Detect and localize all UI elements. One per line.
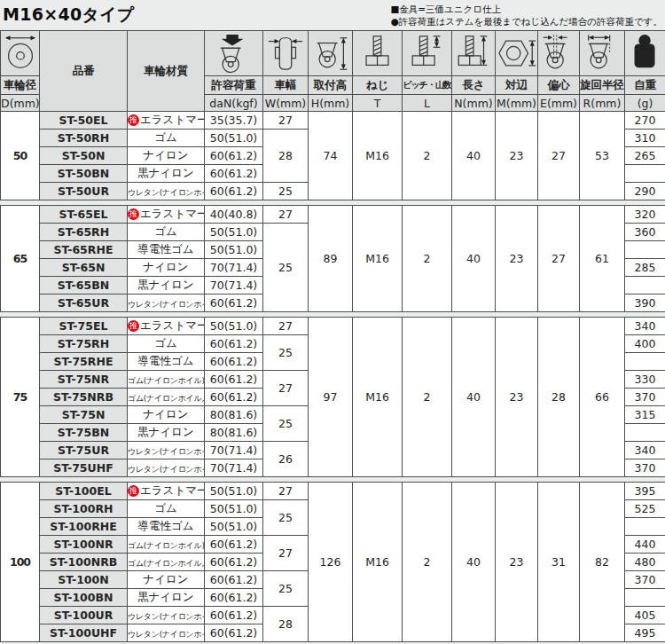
eccentricity-icon xyxy=(538,33,579,74)
material-cell: ナイロン xyxy=(128,406,205,424)
hex-flats-value: 23 xyxy=(496,318,538,477)
material-label: ナイロン xyxy=(143,572,188,585)
part-number-cell: ST-65EL xyxy=(40,206,128,224)
material-cell: ゴム(ナイロンホイル,B入) xyxy=(128,554,205,571)
hex-flats-icon-cell xyxy=(496,31,538,76)
screw-label: ねじ xyxy=(353,76,403,95)
wheel-width-value: 28 xyxy=(263,130,309,183)
material-label: ウレタン(ナイロンホイル) xyxy=(128,300,205,309)
part-number-cell: ST-50N xyxy=(40,147,128,165)
material-cell: ゴム xyxy=(128,335,205,353)
eccentricity-value: 28 xyxy=(538,318,580,477)
mount-height-value: 97 xyxy=(309,318,353,477)
screw-size-value: M16 xyxy=(353,112,403,200)
screw-length-icon xyxy=(452,33,495,74)
turning-radius-unit: R(mm) xyxy=(580,95,625,112)
table-row: 100ST-100EL推エラストマー50(51.0)27126M16240233… xyxy=(1,483,665,500)
self-weight-value: 340 xyxy=(625,442,665,459)
allowable-load-value: 50(51.0) xyxy=(205,318,263,335)
material-cell: ウレタン(ナイロンホイル,B入) xyxy=(128,459,205,477)
material-cell: ゴム(ナイロンホイル) xyxy=(128,371,205,389)
allowable-load-value: 35(35.7) xyxy=(205,112,263,130)
self-weight-value: 340 xyxy=(625,318,665,335)
table-row: 65ST-65EL推エラストマー40(40.8)2789M16240232761… xyxy=(1,206,665,224)
allowable-load-value: 60(61.2) xyxy=(205,554,263,571)
self-weight-value: 405 xyxy=(625,607,665,624)
material-cell: 導電性ゴム xyxy=(128,518,205,536)
material-cell: ウレタン(ナイロンホイル) xyxy=(128,442,205,459)
screw-pitch-icon xyxy=(403,33,451,74)
pitch-icon-cell xyxy=(403,31,452,76)
material-label: 導電性ゴム xyxy=(137,519,193,532)
allowable-load-value: 50(51.0) xyxy=(205,500,263,518)
self-weight-value xyxy=(625,241,665,259)
self-weight-value: 370 xyxy=(625,459,665,477)
self-weight-value: 330 xyxy=(625,371,665,389)
self-weight-unit: (g) xyxy=(625,95,665,112)
eccentricity-label: 偏心 xyxy=(538,76,580,95)
material-label: ナイロン xyxy=(143,260,188,273)
wheel-width-value: 25 xyxy=(263,183,309,200)
wheel-width-value: 27 xyxy=(263,112,309,130)
self-weight-value: 270 xyxy=(625,112,665,130)
pitch-value: 2 xyxy=(403,318,452,477)
material-cell: ウレタン(ナイロンホイル,B入) xyxy=(128,624,205,642)
recommended-badge: 推 xyxy=(128,485,139,497)
material-label: 黒ナイロン xyxy=(137,590,194,603)
part-number-cell: ST-65BN xyxy=(40,277,128,295)
self-weight-label: 自重 xyxy=(625,76,665,95)
wheel-diameter-icon xyxy=(1,33,39,74)
recommended-badge: 推 xyxy=(128,114,139,126)
eccentricity-value: 31 xyxy=(538,483,580,642)
mount-height-label: 取付高 xyxy=(309,76,353,95)
spec-table-d65: 65ST-65EL推エラストマー40(40.8)2789M16240232761… xyxy=(0,205,665,312)
material-cell: ナイロン xyxy=(128,259,205,277)
wheel-width-value: 27 xyxy=(263,318,309,335)
turning-radius-label: 旋回半径 xyxy=(580,76,625,95)
allowable-load-value: 60(61.2) xyxy=(205,371,263,389)
material-label: ゴム(ナイロンホイル,B入) xyxy=(128,394,205,403)
note-fitting: ■金具=三価ユニクロ仕上 xyxy=(390,4,662,16)
part-number-cell: ST-100RH xyxy=(40,500,128,518)
material-cell: 導電性ゴム xyxy=(128,353,205,371)
part-number-cell: ST-50EL xyxy=(40,112,128,130)
wheel-width-value: 25 xyxy=(263,335,309,371)
part-number-cell: ST-65RH xyxy=(40,224,128,241)
material-label: エラストマー xyxy=(140,207,205,220)
material-label: ゴム(ナイロンホイル) xyxy=(128,541,205,550)
part-number-cell: ST-65N xyxy=(40,259,128,277)
load-icon xyxy=(205,33,262,74)
part-number-cell: ST-65RHE xyxy=(40,241,128,259)
mount-height-value: 126 xyxy=(309,483,353,642)
turning-radius-value: 61 xyxy=(580,206,625,312)
allowable-load-value: 60(61.2) xyxy=(205,183,263,200)
turning-radius-icon xyxy=(580,33,624,74)
wheel-width-value: 27 xyxy=(263,371,309,406)
part-number-cell: ST-100N xyxy=(40,571,128,589)
screw-size-value: M16 xyxy=(353,206,403,312)
material-cell: 推エラストマー xyxy=(128,112,205,130)
material-label: ウレタン(ナイロンホイル,B入) xyxy=(128,630,205,639)
part-number-cell: ST-75BN xyxy=(40,424,128,442)
self-weight-value: 360 xyxy=(625,224,665,241)
self-weight-value: 285 xyxy=(625,259,665,277)
allowable-load-value: 60(61.2) xyxy=(205,165,263,183)
weight-icon xyxy=(625,33,665,74)
material-label: ウレタン(ナイロンホイル,B入) xyxy=(128,465,205,474)
material-cell: ナイロン xyxy=(128,571,205,589)
mount-height-unit: H(mm) xyxy=(309,95,353,112)
material-label: ゴム(ナイロンホイル) xyxy=(128,376,205,385)
self-weight-value: 395 xyxy=(625,483,665,500)
part-number-cell: ST-100UHF xyxy=(40,624,128,642)
spec-tables: 品番車輪材質 xyxy=(0,30,665,642)
wheel-material-header: 車輪材質 xyxy=(128,31,205,112)
material-cell: ゴム xyxy=(128,500,205,518)
length-icon-cell xyxy=(452,31,496,76)
allowable-load-value: 60(61.2) xyxy=(205,353,263,371)
material-cell: 黒ナイロン xyxy=(128,589,205,607)
self-weight-value xyxy=(625,353,665,371)
wheel-diameter-value: 65 xyxy=(1,206,40,312)
length-value: 40 xyxy=(452,483,496,642)
self-weight-value xyxy=(625,277,665,295)
material-label: 導電性ゴム xyxy=(137,242,193,255)
